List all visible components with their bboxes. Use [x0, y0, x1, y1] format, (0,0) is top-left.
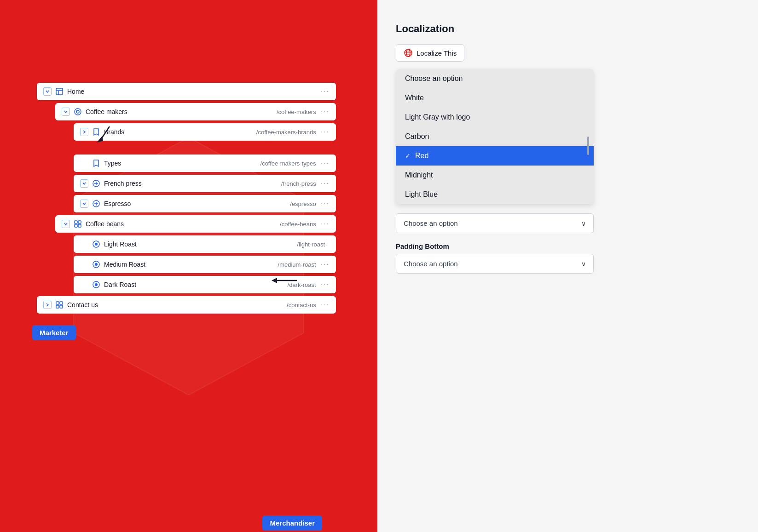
nav-label-contact-us: Contact us — [67, 301, 287, 309]
target-icon — [74, 108, 82, 116]
svg-rect-15 — [78, 221, 81, 223]
expand-espresso[interactable] — [80, 200, 88, 208]
plus-circle-icon-french — [92, 179, 100, 188]
expand-brands[interactable] — [80, 128, 88, 136]
padding-bottom-select[interactable]: Choose an option ∨ — [396, 254, 594, 274]
padding-top-section: Choose an option ∨ — [396, 213, 740, 233]
svg-point-4 — [75, 109, 81, 115]
nav-path-coffee-beans: /coffee-beans — [280, 221, 316, 228]
arrow-marketer — [97, 124, 110, 143]
nav-label-home: Home — [67, 88, 321, 95]
globe-icon — [404, 48, 413, 57]
svg-rect-14 — [75, 221, 77, 223]
expand-contact-us[interactable] — [43, 301, 52, 309]
nav-dots-contact-us[interactable]: ··· — [321, 301, 330, 309]
padding-top-value: Choose an option — [404, 219, 458, 227]
nav-item-light-roast[interactable]: Light Roast /light-roast — [74, 235, 336, 253]
bookmark-icon-types — [92, 159, 100, 167]
chevron-down-padding-bottom: ∨ — [581, 260, 586, 268]
nav-label-coffee-makers: Coffee makers — [86, 108, 277, 115]
nav-dots-espresso[interactable]: ··· — [321, 200, 330, 208]
svg-rect-17 — [78, 224, 81, 227]
radio-icon-light — [92, 240, 100, 248]
svg-point-5 — [76, 110, 79, 113]
dropdown-option-choose[interactable]: Choose an option — [396, 69, 594, 88]
nav-dots-home[interactable]: ··· — [321, 87, 330, 96]
padding-bottom-value: Choose an option — [404, 260, 458, 268]
arrow-merchandiser-container — [272, 274, 299, 289]
svg-point-23 — [95, 283, 98, 286]
radio-icon-dark — [92, 280, 100, 289]
nav-label-medium-roast: Medium Roast — [104, 261, 278, 268]
nav-dots-coffee-makers[interactable]: ··· — [321, 108, 330, 116]
dropdown-option-red[interactable]: ✓ Red — [396, 146, 594, 166]
nav-path-medium-roast: /medium-roast — [278, 261, 316, 268]
nav-item-french-press[interactable]: French press /french-press ··· — [74, 175, 336, 192]
expand-home[interactable] — [43, 87, 52, 96]
dropdown-option-light-gray[interactable]: Light Gray with logo — [396, 108, 594, 127]
svg-rect-25 — [60, 302, 63, 304]
nav-path-coffee-makers: /coffee-makers — [277, 109, 316, 115]
dropdown-option-carbon[interactable]: Carbon — [396, 127, 594, 146]
nav-dots-coffee-beans[interactable]: ··· — [321, 220, 330, 228]
svg-marker-7 — [97, 136, 103, 143]
nav-item-brands[interactable]: Brands /coffee-makers-brands ··· — [74, 123, 336, 141]
nav-path-brands: /coffee-makers-brands — [256, 129, 316, 136]
nav-label-brands: Brands — [104, 128, 256, 136]
nav-dots-medium-roast[interactable]: ··· — [321, 260, 330, 269]
svg-point-19 — [95, 243, 98, 246]
dropdown-option-midnight[interactable]: Midnight — [396, 166, 594, 185]
nav-item-types[interactable]: Types /coffee-makers-types ··· — [74, 154, 336, 172]
svg-rect-27 — [60, 305, 63, 308]
nav-item-coffee-makers[interactable]: Coffee makers /coffee-makers ··· — [55, 103, 336, 120]
padding-bottom-label: Padding Bottom — [396, 242, 740, 250]
nav-item-home[interactable]: Home ··· — [37, 83, 336, 100]
plus-circle-icon-espresso — [92, 200, 100, 208]
expand-french-press[interactable] — [80, 179, 88, 188]
dropdown-option-light-blue[interactable]: Light Blue — [396, 185, 594, 204]
nav-label-espresso: Espresso — [104, 200, 290, 207]
nav-dots-french-press[interactable]: ··· — [321, 179, 330, 188]
home-icon — [55, 87, 64, 96]
nav-dots-brands[interactable]: ··· — [321, 128, 330, 136]
svg-rect-24 — [56, 302, 59, 304]
check-icon-red: ✓ — [405, 152, 411, 160]
svg-marker-29 — [272, 278, 277, 283]
svg-point-21 — [95, 263, 98, 266]
chevron-down-padding-top: ∨ — [581, 220, 586, 227]
arrow-merchandiser — [272, 274, 299, 287]
nav-path-types: /coffee-makers-types — [260, 160, 316, 167]
nav-label-french-press: French press — [104, 180, 281, 187]
scrollbar-hint — [587, 137, 589, 155]
color-dropdown-menu: Choose an option White Light Gray with l… — [396, 69, 594, 204]
nav-dots-dark-roast[interactable]: ··· — [321, 280, 330, 289]
localize-this-button[interactable]: Localize This — [396, 44, 464, 62]
nav-label-dark-roast: Dark Roast — [104, 281, 288, 288]
svg-rect-16 — [75, 224, 77, 227]
nav-item-espresso[interactable]: Espresso /espresso ··· — [74, 195, 336, 212]
svg-rect-26 — [56, 305, 59, 308]
nav-dots-types[interactable]: ··· — [321, 159, 330, 167]
grid-icon-contact — [55, 301, 64, 309]
nav-item-medium-roast[interactable]: Medium Roast /medium-roast ··· — [74, 256, 336, 273]
expand-coffee-makers[interactable] — [62, 108, 70, 116]
radio-icon-medium — [92, 260, 100, 269]
left-panel: Home ··· Coffee makers /coffee-makers ··… — [0, 0, 377, 532]
dropdown-option-white[interactable]: White — [396, 88, 594, 108]
nav-label-types: Types — [104, 160, 260, 167]
marketer-badge: Marketer — [32, 325, 76, 340]
nav-label-coffee-beans: Coffee beans — [86, 220, 280, 228]
padding-top-select[interactable]: Choose an option ∨ — [396, 213, 594, 233]
panel-title: Localization — [396, 23, 740, 35]
grid-icon-beans — [74, 220, 82, 228]
nav-path-espresso: /espresso — [290, 200, 316, 207]
nav-item-coffee-beans[interactable]: Coffee beans /coffee-beans ··· — [55, 215, 336, 233]
expand-coffee-beans[interactable] — [62, 220, 70, 228]
nav-path-contact-us: /contact-us — [287, 302, 316, 309]
svg-rect-1 — [56, 88, 63, 95]
localize-button-label: Localize This — [417, 49, 457, 57]
padding-bottom-section: Padding Bottom Choose an option ∨ — [396, 242, 740, 274]
nav-path-french-press: /french-press — [281, 180, 316, 187]
nav-item-contact-us[interactable]: Contact us /contact-us ··· — [37, 296, 336, 314]
nav-path-light-roast: /light-roast — [297, 241, 325, 248]
